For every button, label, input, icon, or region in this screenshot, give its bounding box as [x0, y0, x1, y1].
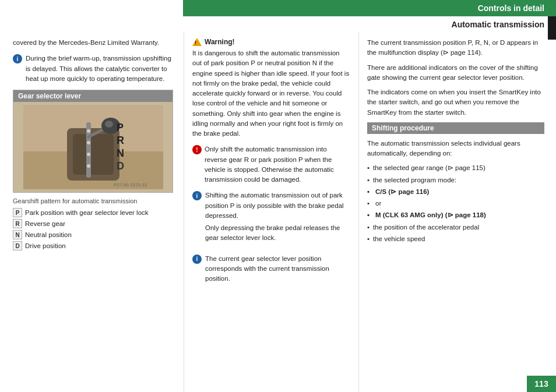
legend-item-d: D Drive position [13, 241, 173, 250]
shifting-procedure-bar: Shifting procedure [367, 122, 544, 134]
bullet-m: M (CLK 63 AMG only) (⊳ page 118) [367, 210, 544, 220]
page-number: 113 [534, 379, 548, 389]
content-area: covered by the Mercedes-Benz Limited War… [0, 32, 556, 392]
transmission-position-text: The current transmission position P, R, … [367, 38, 544, 58]
svg-text:P27.00-7273-31: P27.00-7273-31 [114, 182, 147, 188]
legend-key-r: R [13, 219, 22, 228]
legend-text-d: Drive position [25, 241, 66, 250]
bullet-accelerator: the position of the accelerator pedal [367, 223, 544, 232]
svg-rect-3 [73, 134, 114, 175]
legend-key-d: D [13, 241, 22, 250]
bullet-program-mode: the selected program mode: [367, 175, 544, 185]
warning-text: It is dangerous to shift the automatic t… [192, 48, 350, 139]
gear-image-area: P R N D P27.00-7273-31 [13, 102, 173, 192]
caution-box: ! Only shift the automatic transmission … [192, 144, 350, 185]
left-column: covered by the Mercedes-Benz Limited War… [0, 32, 184, 392]
bullet-speed: the vehicle speed [367, 234, 544, 244]
info-icon: i [13, 54, 22, 63]
shifting-bullets: the selected gear range (⊳ page 115) the… [367, 163, 544, 244]
warning-triangle-icon [192, 38, 202, 46]
legend-item-n: N Neutral position [13, 230, 173, 239]
bullet-cs: C/S (⊳ page 116) [367, 187, 544, 197]
info-icon-brake: i [192, 191, 202, 200]
legend-list: P Park position with gear selector lever… [13, 208, 173, 250]
legend-text-n: Neutral position [25, 230, 72, 239]
additional-indicators-text: There are additional indicators on the c… [367, 63, 544, 83]
legend-item-p: P Park position with gear selector lever… [13, 208, 173, 217]
info-box-warmup: i During the brief warm-up, transmission… [13, 54, 173, 84]
svg-text:D: D [117, 160, 124, 172]
legend-key-p: P [13, 208, 22, 217]
bullet-gear-range: the selected gear range (⊳ page 115) [367, 163, 544, 173]
section-bar: Automatic transmission [183, 16, 556, 31]
legend-text-r: Reverse gear [25, 219, 65, 228]
info-current-text: The current gear selector lever position… [205, 254, 350, 284]
legend-item-r: R Reverse gear [13, 219, 173, 228]
info-warmup-text: During the brief warm-up, transmission u… [26, 54, 173, 84]
gear-shifter-svg: P R N D P27.00-7273-31 [23, 105, 163, 189]
caution-text: Only shift the automatic transmission in… [205, 144, 350, 185]
intro-text: covered by the Mercedes-Benz Limited War… [13, 38, 173, 48]
indicators-onoff-text: The indicators come on when you insert t… [367, 87, 544, 118]
svg-text:N: N [117, 147, 124, 159]
shifting-intro: The automatic transmission selects indiv… [367, 139, 544, 159]
info-icon-current: i [192, 255, 202, 264]
svg-point-14 [87, 153, 90, 156]
header-title: Controls in detail [478, 3, 544, 13]
gear-selector-header: Gear selector lever [13, 90, 173, 102]
info-box-current: i The current gear selector lever positi… [192, 254, 350, 284]
gear-caption: Gearshift pattern for automatic transmis… [13, 197, 173, 204]
gear-selector-box: Gear selector lever [13, 90, 173, 193]
svg-point-7 [105, 121, 113, 128]
caution-icon: ! [192, 145, 202, 154]
page-number-box: 113 [527, 376, 556, 392]
svg-point-12 [87, 129, 90, 133]
info-brake-subtext: Only depressing the brake pedal releases… [205, 223, 350, 243]
svg-text:P: P [117, 122, 124, 133]
bullet-or: or [367, 199, 544, 209]
svg-point-13 [87, 141, 90, 144]
svg-point-15 [87, 164, 90, 168]
warning-header: Warning! [192, 38, 350, 46]
right-column: The current transmission position P, R, … [358, 32, 556, 392]
info-brake-text: Shifting the automatic transmission out … [205, 190, 350, 221]
legend-text-p: Park position with gear selector lever l… [25, 208, 149, 217]
mid-column: Warning! It is dangerous to shift the au… [184, 32, 358, 392]
section-title: Automatic transmission [452, 20, 544, 29]
header-bar: Controls in detail [183, 0, 556, 16]
warning-title: Warning! [205, 38, 235, 46]
info-box-brake: i Shifting the automatic transmission ou… [192, 190, 350, 248]
warning-box: Warning! It is dangerous to shift the au… [192, 38, 350, 139]
legend-key-n: N [13, 230, 22, 239]
svg-text:R: R [117, 135, 124, 146]
